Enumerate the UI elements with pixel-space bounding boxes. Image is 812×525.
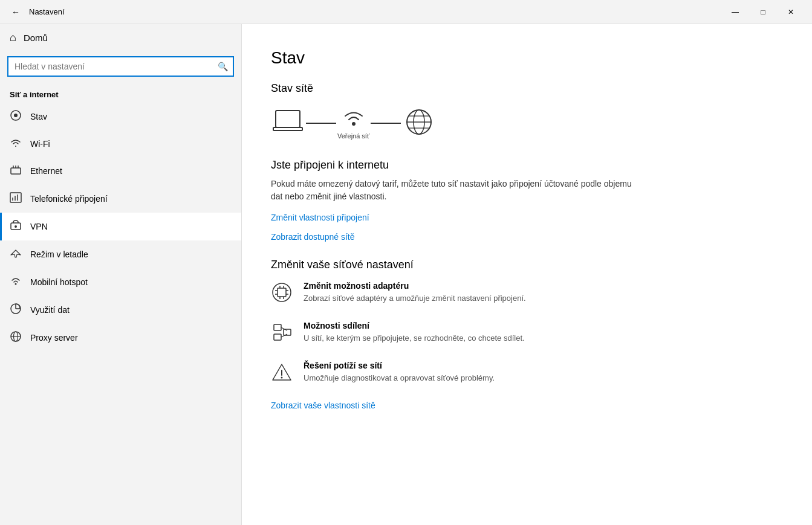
- svg-point-12: [15, 283, 17, 285]
- adapter-title: Změnit možnosti adaptéru: [304, 281, 526, 291]
- sidebar-item-hotspot[interactable]: Mobilní hotspot: [0, 268, 241, 296]
- content-area: Stav Stav sítě: [242, 24, 812, 525]
- connected-title: Jste připojeni k internetu: [271, 159, 783, 172]
- svg-point-19: [352, 122, 356, 126]
- sidebar-item-label-wifi: Wi-Fi: [30, 139, 50, 149]
- change-settings-title: Změnit vaše síťové nastavení: [271, 259, 783, 271]
- adapter-icon: [271, 282, 293, 306]
- bottom-link[interactable]: Zobrazit vaše vlastnosti sítě: [271, 401, 783, 410]
- data-icon: [10, 303, 22, 317]
- sidebar-item-label-data: Využití dat: [30, 305, 70, 315]
- window-title: Nastavení: [29, 7, 65, 16]
- sidebar-item-label-vpn: VPN: [30, 222, 48, 231]
- sidebar-item-vpn[interactable]: VPN: [0, 213, 241, 240]
- svg-point-1: [14, 114, 18, 117]
- main-layout: ⌂ Domů 🔍 Síť a internet Stav: [0, 24, 812, 525]
- wifi-icon: [10, 138, 22, 150]
- hotspot-icon: [10, 275, 22, 289]
- svg-rect-17: [276, 111, 300, 127]
- svg-rect-35: [274, 324, 281, 330]
- sidebar-item-proxy[interactable]: Proxy server: [0, 324, 241, 352]
- setting-sharing-text: Možnosti sdílení U sítí, ke kterým se př…: [304, 321, 525, 344]
- network-label: Veřejná síť: [337, 132, 369, 140]
- sidebar-item-label-stav: Stav: [30, 112, 47, 121]
- sidebar-item-label-ethernet: Ethernet: [30, 166, 62, 176]
- wifi-router-icon: Veřejná síť: [337, 107, 369, 140]
- network-status-title: Stav sítě: [271, 82, 783, 95]
- svg-rect-2: [11, 168, 21, 174]
- network-diagram: Veřejná síť: [271, 107, 783, 140]
- troubleshoot-desc: Umožňuje diagnostikovat a opravovat síťo…: [304, 373, 495, 384]
- search-icon: 🔍: [218, 62, 228, 71]
- sidebar-item-label-hotspot: Mobilní hotspot: [30, 277, 88, 287]
- setting-item-sharing[interactable]: Možnosti sdílení U sítí, ke kterým se př…: [271, 321, 783, 346]
- setting-item-troubleshoot[interactable]: Řešení potíží se sítí Umožňuje diagnosti…: [271, 361, 783, 386]
- sidebar-home-label: Domů: [24, 33, 48, 43]
- proxy-icon: [10, 331, 22, 344]
- sidebar-search-container: 🔍: [7, 56, 234, 77]
- svg-rect-36: [274, 334, 281, 340]
- sidebar-item-stav[interactable]: Stav: [0, 103, 241, 130]
- sharing-icon: [271, 322, 293, 346]
- svg-rect-26: [278, 288, 286, 297]
- letadlo-icon: [10, 248, 22, 261]
- line1: [306, 123, 336, 124]
- sidebar-item-label-proxy: Proxy server: [30, 333, 78, 343]
- laptop-icon: [271, 108, 305, 138]
- globe-icon: [402, 107, 436, 140]
- title-bar: ← Nastavení — □ ✕: [0, 0, 812, 24]
- sidebar-home[interactable]: ⌂ Domů: [0, 24, 241, 51]
- sidebar-section-label: Síť a internet: [0, 84, 241, 103]
- svg-point-11: [15, 225, 17, 228]
- home-icon: ⌂: [10, 31, 16, 44]
- minimize-button[interactable]: —: [721, 0, 749, 24]
- sidebar-item-letadlo[interactable]: Režim v letadle: [0, 240, 241, 268]
- svg-rect-18: [273, 127, 302, 130]
- available-networks-link[interactable]: Zobrazit dostupné sítě: [271, 232, 783, 242]
- close-button[interactable]: ✕: [777, 0, 805, 24]
- ethernet-icon: [10, 164, 22, 178]
- svg-point-42: [281, 377, 283, 379]
- setting-adapter-text: Změnit možnosti adaptéru Zobrazí síťové …: [304, 281, 526, 304]
- sidebar-item-telefon[interactable]: Telefonické připojení: [0, 185, 241, 213]
- stav-icon: [10, 110, 22, 123]
- search-input[interactable]: [7, 56, 234, 77]
- setting-troubleshoot-text: Řešení potíží se sítí Umožňuje diagnosti…: [304, 361, 495, 384]
- sharing-title: Možnosti sdílení: [304, 321, 525, 330]
- telefon-icon: [10, 192, 22, 205]
- setting-item-adapter[interactable]: Změnit možnosti adaptéru Zobrazí síťové …: [271, 281, 783, 306]
- troubleshoot-icon: [271, 362, 293, 386]
- sharing-desc: U sítí, ke kterým se připojujete, se roz…: [304, 333, 525, 344]
- sidebar: ⌂ Domů 🔍 Síť a internet Stav: [0, 24, 242, 525]
- svg-point-25: [273, 283, 291, 301]
- svg-rect-6: [10, 193, 21, 202]
- sidebar-item-data[interactable]: Využití dat: [0, 296, 241, 324]
- window-controls: — □ ✕: [721, 0, 805, 24]
- connection-desc: Pokud máte omezený datový tarif, můžete …: [271, 178, 634, 203]
- network-diagram-container: Veřejná síť: [271, 107, 783, 140]
- vpn-icon: [10, 220, 22, 233]
- adapter-desc: Zobrazí síťové adaptéry a umožňuje změni…: [304, 293, 526, 304]
- troubleshoot-title: Řešení potíží se sítí: [304, 361, 495, 370]
- sidebar-item-wifi[interactable]: Wi-Fi: [0, 130, 241, 157]
- maximize-button[interactable]: □: [749, 0, 777, 24]
- sidebar-item-label-telefon: Telefonické připojení: [30, 194, 108, 204]
- change-connection-link[interactable]: Změnit vlastnosti připojení: [271, 213, 783, 222]
- sidebar-item-ethernet[interactable]: Ethernet: [0, 157, 241, 185]
- sidebar-item-label-letadlo: Režim v letadle: [30, 250, 88, 259]
- back-button[interactable]: ←: [7, 4, 24, 21]
- line2: [371, 123, 401, 124]
- page-title: Stav: [271, 48, 783, 68]
